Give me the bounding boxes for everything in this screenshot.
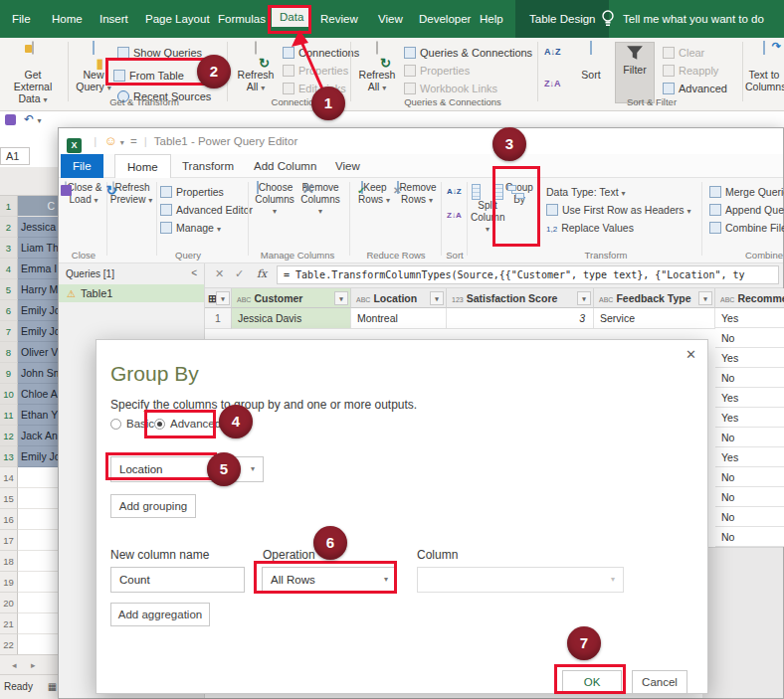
cell-column-a[interactable] [18,530,58,551]
column-header-feedback-type[interactable]: ABCFeedback Type▾ [594,288,715,308]
formula-input[interactable]: = Table.TransformColumnTypes(Source,{{"C… [277,265,779,284]
row-number[interactable]: 20 [0,593,18,613]
tell-me-box[interactable]: Tell me what you want to do [623,13,764,25]
row-number[interactable]: 11 [0,405,18,426]
tab-file[interactable]: File [12,13,31,25]
advanced-radio[interactable]: Advanced [154,416,221,432]
first-row-headers-button[interactable]: Use First Row as Headers ▾ [546,202,690,218]
refresh-all-button[interactable]: ↻ Refresh All ▾ [233,42,279,94]
row-number[interactable]: 3 [0,238,18,259]
group-by-button[interactable]: Group By [498,182,540,205]
new-column-name-input[interactable] [110,567,245,593]
cell-column-a[interactable]: Emily Jo [18,446,58,467]
cell-column-a[interactable] [18,634,58,655]
cell-column-a[interactable] [18,613,58,634]
tab-table-design[interactable]: Table Design [515,0,609,38]
row-number[interactable]: 7 [0,321,18,342]
column-header-location[interactable]: ABCLocation▾ [351,288,447,308]
cell-score[interactable]: 3 [447,308,594,329]
connections-button[interactable]: Connections [283,46,359,61]
remove-rows-button[interactable]: ✕ Remove Rows ▾ [395,182,439,206]
row-number[interactable]: 9 [0,363,18,384]
cell-column-a[interactable]: Liam Th [18,238,58,259]
cell-column-a[interactable] [18,572,58,593]
sheet-nav-left-icon[interactable]: ◂ [12,660,17,670]
row-number[interactable]: 21 [0,613,18,634]
grid-corner-cell[interactable]: ⊞▾ [205,288,232,308]
recommend-cell[interactable]: No [715,527,784,547]
cell-column-a[interactable] [18,593,58,613]
refresh-preview-button[interactable]: ↻ Refresh Preview ▾ [108,182,154,206]
cancel-button[interactable]: Cancel [632,670,687,694]
append-queries-button[interactable]: Append Queries ▾ [709,202,784,218]
recommend-cell[interactable]: Yes [715,348,784,368]
pq-tab-transform[interactable]: Transform [170,154,246,178]
combine-files-button[interactable]: Combine Files [709,220,784,236]
remove-columns-button[interactable]: ✕ Remove Columns ▾ [297,182,343,218]
row-number[interactable]: 6 [0,300,18,321]
cell-column-a[interactable]: Emma I [18,259,58,279]
row-number[interactable]: 1 [0,196,18,217]
row-number[interactable]: 2 [0,217,18,238]
pq-properties-button[interactable]: Properties [160,184,224,200]
keep-rows-button[interactable]: ✓ Keep Rows ▾ [353,182,395,206]
qat-customize-icon[interactable]: = [130,135,137,147]
row-number[interactable]: 13 [0,446,18,467]
advanced-filter-button[interactable]: Advanced [663,82,727,96]
formula-accept-icon[interactable]: ✓ [235,267,244,280]
from-table-button[interactable]: From Table [113,64,184,87]
cell-column-a[interactable]: Ethan Y [18,405,58,426]
tab-insert[interactable]: Insert [99,13,128,25]
show-queries-button[interactable]: Show Queries [117,46,202,61]
merge-queries-button[interactable]: Merge Queries ▾ [709,184,784,200]
cell-column-a[interactable]: Oliver V [18,342,58,363]
sort-descending-icon[interactable]: Z↓A [544,80,562,97]
cell-feedback[interactable]: Service [594,308,715,329]
row-number[interactable]: 10 [0,384,18,405]
tab-data[interactable]: Data [272,7,311,27]
save-icon[interactable] [5,114,16,125]
cell-column-a[interactable] [18,551,58,572]
sheet-nav-right-icon[interactable]: ▸ [31,660,36,670]
close-and-load-button[interactable]: Close & Load ▾ [63,182,104,206]
recommend-cell[interactable]: No [715,428,784,447]
tab-developer[interactable]: Developer [419,13,471,25]
recommend-cell[interactable]: Yes [715,408,784,428]
data-type-button[interactable]: Data Type: Text ▾ [546,184,626,200]
filter-dropdown-icon[interactable]: ▾ [698,291,712,305]
recommend-cell[interactable]: Yes [715,388,784,408]
query-item-table1[interactable]: ⚠Table1 [59,284,204,302]
filter-button[interactable]: Filter [615,42,655,103]
cell-column-a[interactable] [18,467,58,488]
recommend-cell[interactable]: No [715,368,784,388]
choose-columns-button[interactable]: Choose Columns ▾ [252,182,297,218]
row-number[interactable]: 14 [0,467,18,488]
row-number[interactable]: 15 [0,488,18,509]
filter-dropdown-icon[interactable]: ▾ [430,291,444,305]
ok-button[interactable]: OK [562,670,622,694]
smiley-feedback-icon[interactable]: ☺ [103,133,116,148]
filter-dropdown-icon[interactable]: ▾ [577,291,591,305]
text-to-columns-button[interactable]: ↷ Text to Columns [745,42,783,92]
sort-ascending-icon[interactable]: A↓Z [544,48,562,66]
pq-tab-add-column[interactable]: Add Column [242,154,328,178]
recommend-cell[interactable]: No [715,328,784,348]
name-box[interactable]: A1 [0,147,30,165]
cell-column-a[interactable]: Emily Jo [18,321,58,342]
row-number[interactable]: 22 [0,634,18,655]
basic-radio[interactable]: Basic [110,416,154,432]
recommend-cell[interactable]: No [715,467,784,487]
cell-column-a[interactable] [18,488,58,509]
advanced-editor-button[interactable]: Advanced Editor [160,202,253,218]
pq-tab-home[interactable]: Home [114,154,171,178]
cell-column-a[interactable]: C [18,196,58,217]
sheet-view-icon[interactable]: ▦ [48,681,57,692]
row-number[interactable]: 12 [0,426,18,446]
row-number[interactable]: 16 [0,509,18,530]
row-number[interactable]: 17 [0,530,18,551]
replace-values-button[interactable]: 1,2Replace Values [546,220,634,236]
add-grouping-button[interactable]: Add grouping [110,494,196,518]
pq-tab-view[interactable]: View [323,154,372,178]
row-number[interactable]: 18 [0,551,18,572]
queries-connections-button[interactable]: Queries & Connections [404,46,532,61]
